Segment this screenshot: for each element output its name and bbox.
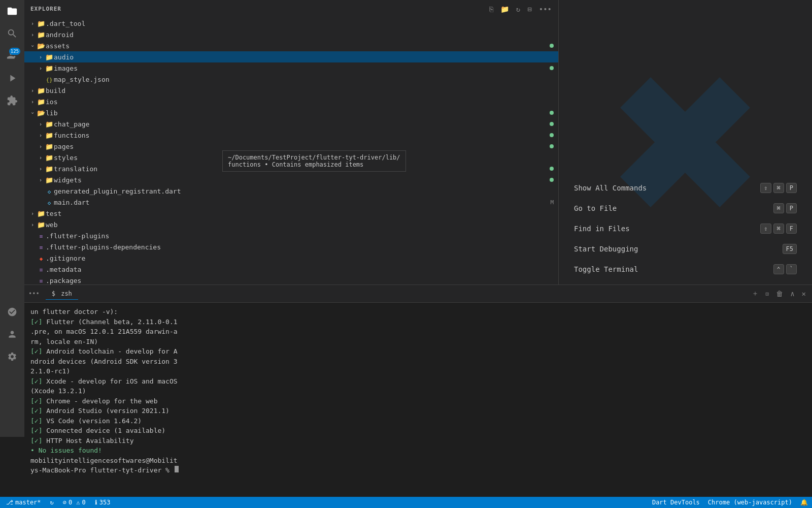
tree-item-audio[interactable]: › 📁 audio	[24, 51, 560, 62]
remote-icon[interactable]	[3, 303, 21, 321]
folder-closed-icon: 📁	[37, 210, 46, 217]
tree-item-label: .flutter-plugins	[46, 232, 554, 240]
tree-item-pages[interactable]: › 📁 pages	[24, 141, 560, 152]
collapsed-arrow: ›	[37, 133, 45, 138]
shortcut-row-show-all-commands: Show All Commands ⇧⌘P	[574, 183, 797, 193]
sync-icon: ↻	[50, 499, 54, 506]
status-right: Dart DevToolsChrome (web-javascript)🔔	[648, 497, 812, 508]
tree-item-.gitignore[interactable]: ◆ .gitignore	[24, 252, 560, 264]
tree-item-android[interactable]: › 📁 android	[24, 29, 560, 40]
tree-item-web[interactable]: › 📁 web	[24, 219, 560, 230]
tree-item-test[interactable]: › 📁 test	[24, 208, 560, 219]
terminal-line: (Xcode 13.2.1)	[30, 386, 806, 396]
terminal-line: ndroid devices (Android SDK version 3	[30, 357, 806, 367]
status-sync[interactable]: ↻	[46, 497, 58, 508]
activity-bar: 125	[0, 0, 24, 437]
refresh-icon[interactable]: ↻	[514, 4, 522, 14]
tree-item-ios[interactable]: › 📁 ios	[24, 96, 560, 107]
status-right-item-🔔[interactable]: 🔔	[796, 497, 812, 508]
terminal-line: • No issues found!	[30, 446, 806, 456]
key: F	[786, 224, 797, 234]
settings-icon[interactable]	[3, 347, 21, 366]
close-terminal-icon[interactable]: ✕	[800, 289, 808, 299]
add-terminal-icon[interactable]: ＋	[750, 288, 761, 299]
file-icon: ≡	[37, 232, 46, 240]
tree-item-styles[interactable]: › 📁 styles	[24, 152, 560, 163]
tree-item-.flutter-plugins[interactable]: ≡ .flutter-plugins	[24, 230, 560, 241]
collapsed-arrow: ›	[28, 21, 37, 26]
modified-badge: M	[550, 199, 554, 206]
tree-item-label: test	[46, 210, 554, 217]
folder-open-icon: 📂	[37, 42, 46, 50]
key: ⇧	[760, 183, 771, 193]
split-terminal-icon[interactable]: ⊡	[764, 290, 771, 298]
terminal-content[interactable]: un flutter doctor -v):[✓] Flutter (Chann…	[24, 303, 812, 497]
new-file-icon[interactable]: ⎘	[487, 4, 495, 14]
tree-item-label: styles	[54, 154, 554, 162]
error-icon: ⊘	[63, 499, 66, 506]
badge-green	[550, 44, 554, 48]
shortcut-keys: ⇧⌘F	[760, 224, 797, 234]
tree-item-dart-tool[interactable]: › 📁 .dart_tool	[24, 18, 560, 29]
tree-item-translation[interactable]: › 📁 translation	[24, 163, 560, 174]
tree-item-label: widgets	[54, 176, 548, 184]
key: P	[786, 183, 797, 193]
tree-item-main.dart[interactable]: ◇ main.dart M	[24, 197, 560, 208]
terminal-prompt: ys-MacBook-Pro flutter-tyt-driver %	[30, 466, 170, 474]
collapsed-arrow: ›	[37, 121, 45, 127]
tree-item-label: ios	[46, 98, 554, 106]
collapsed-arrow: ›	[37, 177, 45, 183]
status-right-item-dart-devtools[interactable]: Dart DevTools	[648, 497, 704, 508]
tree-item-map_style.json[interactable]: {} map_style.json	[24, 74, 560, 85]
more-icon[interactable]: •••	[537, 4, 554, 14]
folder-closed-icon: 📁	[45, 154, 54, 162]
badge-green	[550, 178, 554, 182]
collapsed-arrow: ›	[28, 99, 37, 105]
status-errors[interactable]: ⊘ 0 ⚠ 0	[59, 497, 90, 508]
tree-item-widgets[interactable]: › 📁 widgets	[24, 174, 560, 185]
search-icon[interactable]	[3, 24, 21, 43]
collapse-icon[interactable]: ⊟	[525, 4, 533, 14]
tree-item-functions[interactable]: › 📁 functions	[24, 130, 560, 141]
collapsed-arrow: ›	[37, 144, 45, 149]
tree-item-lib[interactable]: › 📂 lib	[24, 107, 560, 118]
info-count: 353	[99, 499, 111, 506]
status-info[interactable]: ℹ 353	[91, 497, 115, 508]
terminal-check: [✓]	[30, 427, 42, 434]
shortcuts-panel: Show All Commands ⇧⌘P Go to File ⌘P Find…	[558, 0, 812, 295]
tree-item-.metadata[interactable]: ≡ .metadata	[24, 264, 560, 275]
status-right-item-chrome-(web-javascript)[interactable]: Chrome (web-javascript)	[704, 497, 796, 508]
terminal-tab-zsh[interactable]: $ zsh	[46, 288, 78, 300]
tree-item-generated_plugin_registrant.dart[interactable]: ◇ generated_plugin_registrant.dart	[24, 185, 560, 197]
terminal-menu-icon[interactable]: •••	[28, 290, 40, 297]
status-branch[interactable]: ⎇ master*	[2, 497, 45, 508]
source-control-icon[interactable]: 125	[3, 47, 21, 65]
tree-item-label: assets	[46, 42, 548, 50]
terminal-success: • No issues found!	[30, 447, 102, 454]
badge-green	[550, 66, 554, 70]
account-icon[interactable]	[3, 325, 21, 343]
shortcut-name: Toggle Terminal	[574, 265, 638, 273]
new-folder-icon[interactable]: 📁	[498, 4, 511, 14]
terminal-check: [✓]	[30, 407, 42, 415]
tree-item-assets[interactable]: › 📂 assets	[24, 40, 560, 51]
tree-item-build[interactable]: › 📁 build	[24, 85, 560, 96]
terminal-toolbar: ＋ ⊡ 🗑 ∧ ✕	[750, 288, 808, 299]
key: F5	[783, 244, 797, 254]
key: ⌘	[773, 183, 784, 193]
extensions-icon[interactable]	[3, 91, 21, 110]
tree-item-.flutter-plugins-dependencies[interactable]: ≡ .flutter-plugins-dependencies	[24, 241, 560, 252]
files-icon[interactable]	[3, 2, 21, 20]
file-icon: ◆	[37, 255, 46, 262]
expanded-arrow: ›	[30, 42, 36, 50]
status-branch-label: master*	[15, 499, 41, 506]
tree-item-images[interactable]: › 📁 images	[24, 62, 560, 74]
maximize-terminal-icon[interactable]: ∧	[788, 289, 796, 299]
collapsed-arrow: ›	[28, 222, 37, 228]
tree-item-chat_page[interactable]: › 📁 chat_page	[24, 118, 560, 130]
terminal-line: 2.1.0-rc1)	[30, 366, 806, 376]
folder-closed-icon: 📁	[37, 20, 46, 27]
trash-terminal-icon[interactable]: 🗑	[774, 289, 785, 299]
tree-item-label: images	[54, 65, 548, 72]
run-icon[interactable]	[3, 69, 21, 87]
